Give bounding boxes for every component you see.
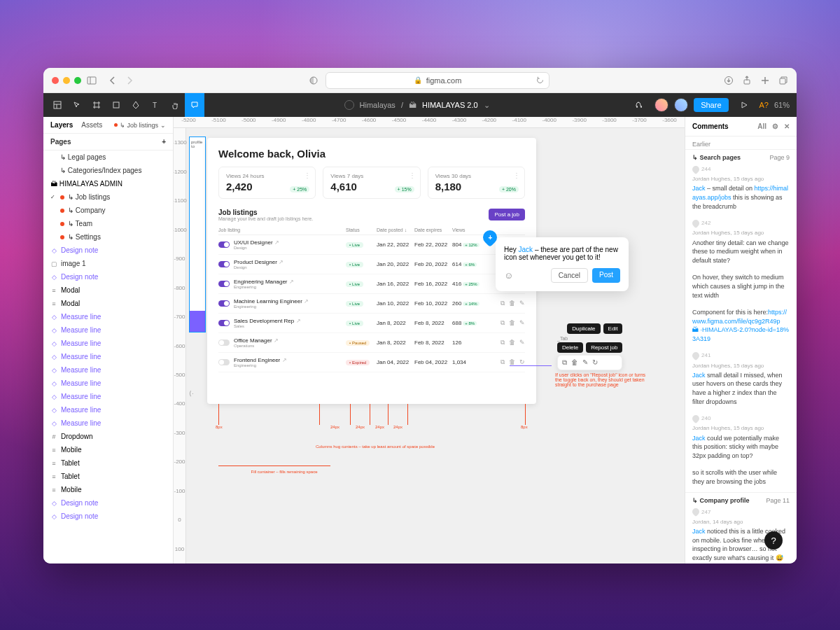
layer-item[interactable]: ◇Measure line	[43, 310, 173, 323]
reload-icon[interactable]	[535, 76, 545, 85]
hand-tool[interactable]	[165, 93, 185, 117]
zoom-level[interactable]: 61%	[774, 101, 790, 109]
comment-tool[interactable]	[185, 93, 204, 117]
toggle[interactable]	[218, 359, 230, 365]
thread-header[interactable]: ↳ Search pagesPage 9	[685, 149, 797, 162]
thread-header[interactable]: ↳ Company profilePage 11	[685, 492, 797, 505]
col-header[interactable]: Views	[452, 227, 483, 232]
page-indicator[interactable]: ↳ Job listings ⌄	[114, 122, 166, 129]
artboard-job-listings[interactable]: Welcome back, Olivia ⋮ Views 24 hours 2,…	[207, 138, 536, 404]
layer-item[interactable]: ◇Design note	[43, 496, 173, 510]
layer-item[interactable]: ◇Measure line	[43, 377, 173, 390]
trash-icon[interactable]: 🗑	[509, 319, 515, 327]
layer-item[interactable]: ◇Design note	[43, 244, 173, 257]
chevron-down-icon[interactable]: ⌄	[484, 101, 490, 110]
layer-item[interactable]: ◇Design note	[43, 510, 173, 523]
text-tool[interactable]: T	[146, 93, 165, 117]
layer-item[interactable]: ◇Measure line	[43, 323, 173, 337]
col-header[interactable]: Job listing	[218, 227, 346, 232]
close-window-button[interactable]	[52, 77, 59, 84]
layer-item[interactable]: ◇Measure line	[43, 390, 173, 403]
layer-item[interactable]: ≡Mobile	[43, 443, 173, 456]
layer-item[interactable]: #Dropdown	[43, 430, 173, 443]
edit-icon[interactable]: ✎	[519, 319, 525, 327]
minimize-window-button[interactable]	[63, 77, 70, 84]
toggle[interactable]	[218, 340, 230, 346]
help-button[interactable]: ?	[764, 531, 783, 550]
layer-item[interactable]: ≡Modal	[43, 297, 173, 310]
edit-icon[interactable]: ✎	[519, 339, 525, 346]
canvas[interactable]: -5200-5100-5000-4900-4800-4700-4600-4500…	[174, 117, 685, 564]
layer-item[interactable]: ◇Measure line	[43, 363, 173, 377]
comment-item[interactable]: On hover, they switch to medium which ca…	[685, 270, 797, 305]
comment-item[interactable]: Component for this is here:https://www.f…	[685, 305, 797, 349]
copy-icon[interactable]: ⧉	[500, 358, 505, 366]
post-button[interactable]: Post	[592, 268, 620, 283]
page-item[interactable]: 🏔 HIMALAYAS ADMIN	[43, 177, 173, 190]
tabs-icon[interactable]	[778, 76, 788, 85]
col-header[interactable]: Date expires	[414, 227, 452, 232]
layer-item[interactable]: ▢image 1	[43, 257, 173, 270]
layer-item[interactable]: ≡Tablet	[43, 456, 173, 470]
filter-all[interactable]: All	[757, 122, 766, 130]
copy-icon[interactable]: ⧉	[500, 319, 505, 327]
share-button[interactable]: Share	[694, 98, 728, 112]
layer-item[interactable]: ◇Measure line	[43, 337, 173, 350]
collapse-icon[interactable]: ⟨·	[189, 390, 194, 397]
stat-card[interactable]: ⋮ Views 30 days 8,180 + 20%	[428, 167, 525, 199]
toggle[interactable]	[218, 241, 230, 248]
partial-frame[interactable]: profile to	[189, 136, 206, 332]
move-tool[interactable]	[67, 93, 87, 117]
frame-tool[interactable]	[87, 93, 106, 117]
repost-icon[interactable]: ↻	[592, 358, 598, 367]
comment-item[interactable]: 240Jordan Hughes, 15 days agoJack could …	[685, 412, 797, 465]
page-item[interactable]: ↳ Company	[43, 204, 173, 217]
toggle[interactable]	[218, 261, 230, 267]
user-avatar-1[interactable]	[654, 98, 668, 112]
stat-menu-icon[interactable]: ⋮	[513, 172, 520, 179]
toggle[interactable]	[218, 320, 230, 326]
page-item[interactable]: ↳ Legal pages	[43, 150, 173, 164]
trash-icon[interactable]: 🗑	[571, 358, 578, 367]
menu-tool[interactable]	[48, 93, 67, 117]
layer-item[interactable]: ≡Modal	[43, 284, 173, 297]
emoji-picker-icon[interactable]: ☺	[504, 270, 513, 281]
audio-icon[interactable]	[629, 93, 649, 117]
layer-item[interactable]: ◇Measure line	[43, 403, 173, 416]
toggle[interactable]	[218, 281, 230, 287]
settings-icon[interactable]: ⚙	[772, 122, 778, 130]
sidebar-toggle-icon[interactable]	[87, 76, 97, 85]
tab-layers[interactable]: Layers	[50, 121, 73, 129]
forward-button[interactable]	[125, 76, 134, 85]
stat-card[interactable]: ⋮ Views 7 days 4,610 + 15%	[323, 167, 420, 199]
pen-tool[interactable]	[126, 93, 146, 117]
copy-icon[interactable]: ⧉	[562, 358, 567, 367]
share-icon[interactable]	[742, 76, 752, 85]
back-button[interactable]	[108, 76, 118, 85]
comment-item[interactable]: 241Jordan Hughes, 15 days agoJack small …	[685, 349, 797, 412]
stat-menu-icon[interactable]: ⋮	[304, 172, 311, 179]
cancel-button[interactable]: Cancel	[551, 268, 588, 283]
shield-icon[interactable]	[309, 76, 318, 85]
comment-text[interactable]: Hey Jack – these are part of the new ico…	[504, 246, 620, 261]
new-tab-icon[interactable]	[760, 76, 770, 85]
stat-card[interactable]: ⋮ Views 24 hours 2,420 + 25%	[218, 167, 316, 199]
url-bar[interactable]: 🔒 figma.com	[326, 72, 550, 89]
close-icon[interactable]: ✕	[784, 122, 790, 130]
user-avatar-2[interactable]	[674, 98, 688, 112]
present-icon[interactable]	[734, 93, 754, 117]
comment-item[interactable]: so it scrolls with the user while they a…	[685, 465, 797, 491]
layer-item[interactable]: ≡Tablet	[43, 470, 173, 483]
layer-item[interactable]: ◇Measure line	[43, 416, 173, 430]
edit-icon[interactable]: ✎	[519, 300, 525, 307]
edit-icon[interactable]: ✎	[582, 358, 588, 367]
maximize-window-button[interactable]	[74, 77, 81, 84]
comment-item[interactable]: 244Jordan Hughes, 15 days agoJack – smal…	[685, 162, 797, 216]
layer-item[interactable]: ≡Mobile	[43, 483, 173, 496]
file-breadcrumb[interactable]: Himalayas / 🏔 HIMALAYAS 2.0 ⌄	[204, 100, 629, 110]
copy-icon[interactable]: ⧉	[500, 300, 505, 307]
layer-item[interactable]: ◇Measure line	[43, 350, 173, 363]
add-page-button[interactable]: +	[162, 138, 166, 146]
tab-assets[interactable]: Assets	[81, 121, 102, 129]
col-header[interactable]: Status	[346, 227, 377, 232]
